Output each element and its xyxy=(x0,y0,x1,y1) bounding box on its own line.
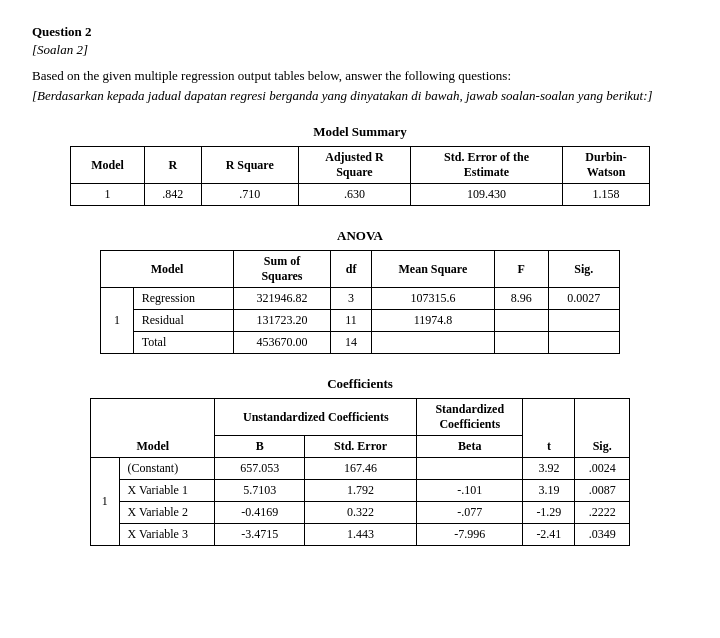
model-summary-section: Model Summary Model R R Square Adjusted … xyxy=(32,124,688,206)
cell-b-x3: -3.4715 xyxy=(215,524,305,546)
cell-model-num: 1 xyxy=(91,458,120,546)
coefficients-title: Coefficients xyxy=(32,376,688,392)
cell-sig-res xyxy=(548,310,619,332)
col-mean-sq: Mean Square xyxy=(372,251,494,288)
col-sum-sq: Sum ofSquares xyxy=(234,251,331,288)
cell-r: .842 xyxy=(145,184,202,206)
cell-ss-total: 453670.00 xyxy=(234,332,331,354)
cell-df-reg: 3 xyxy=(330,288,371,310)
cell-x3: X Variable 3 xyxy=(119,524,215,546)
cell-adj-rsquare: .630 xyxy=(298,184,410,206)
cell-sig-x1: .0087 xyxy=(575,480,630,502)
cell-beta-x1: -.101 xyxy=(417,480,523,502)
col-unstd-header: Unstandardized Coefficients xyxy=(215,399,417,436)
anova-row-residual: Residual 131723.20 11 11974.8 xyxy=(101,310,620,332)
col-std-error: Std. Error of theEstimate xyxy=(411,147,563,184)
cell-se-const: 167.46 xyxy=(305,458,417,480)
cell-x2: X Variable 2 xyxy=(119,502,215,524)
cell-f-res xyxy=(494,310,548,332)
col-std-error: Std. Error xyxy=(305,436,417,458)
cell-ms-res: 11974.8 xyxy=(372,310,494,332)
cell-df-total: 14 xyxy=(330,332,371,354)
cell-t-x3: -2.41 xyxy=(523,524,575,546)
cell-df-res: 11 xyxy=(330,310,371,332)
col-durbin: Durbin-Watson xyxy=(562,147,649,184)
coefficients-table: Model Unstandardized Coefficients Standa… xyxy=(90,398,630,546)
cell-total: Total xyxy=(133,332,233,354)
cell-b-x2: -0.4169 xyxy=(215,502,305,524)
col-std-header: StandardizedCoefficients xyxy=(417,399,523,436)
cell-std-error: 109.430 xyxy=(411,184,563,206)
cell-constant: (Constant) xyxy=(119,458,215,480)
cell-sig-const: .0024 xyxy=(575,458,630,480)
cell-sig-x2: .2222 xyxy=(575,502,630,524)
cell-beta-x3: -7.996 xyxy=(417,524,523,546)
coeff-row-x1: X Variable 1 5.7103 1.792 -.101 3.19 .00… xyxy=(91,480,630,502)
col-df: df xyxy=(330,251,371,288)
cell-x1: X Variable 1 xyxy=(119,480,215,502)
cell-t-x2: -1.29 xyxy=(523,502,575,524)
anova-row-regression: 1 Regression 321946.82 3 107315.6 8.96 0… xyxy=(101,288,620,310)
table-row: 1 .842 .710 .630 109.430 1.158 xyxy=(71,184,650,206)
cell-regression: Regression xyxy=(133,288,233,310)
cell-model-num: 1 xyxy=(101,288,134,354)
col-t: t xyxy=(523,399,575,458)
coeff-row-x2: X Variable 2 -0.4169 0.322 -.077 -1.29 .… xyxy=(91,502,630,524)
question-subtitle: [Soalan 2] xyxy=(32,42,688,58)
coeff-row-x3: X Variable 3 -3.4715 1.443 -7.996 -2.41 … xyxy=(91,524,630,546)
col-adj-rsquare: Adjusted RSquare xyxy=(298,147,410,184)
cell-se-x3: 1.443 xyxy=(305,524,417,546)
col-f: F xyxy=(494,251,548,288)
col-b: B xyxy=(215,436,305,458)
cell-beta-const xyxy=(417,458,523,480)
cell-ss-res: 131723.20 xyxy=(234,310,331,332)
cell-sig-reg: 0.0027 xyxy=(548,288,619,310)
cell-t-x1: 3.19 xyxy=(523,480,575,502)
cell-t-const: 3.92 xyxy=(523,458,575,480)
cell-ms-reg: 107315.6 xyxy=(372,288,494,310)
cell-se-x2: 0.322 xyxy=(305,502,417,524)
cell-se-x1: 1.792 xyxy=(305,480,417,502)
col-model: Model xyxy=(71,147,145,184)
cell-f-total xyxy=(494,332,548,354)
cell-durbin: 1.158 xyxy=(562,184,649,206)
anova-table: Model Sum ofSquares df Mean Square F Sig… xyxy=(100,250,620,354)
anova-title: ANOVA xyxy=(32,228,688,244)
anova-row-total: Total 453670.00 14 xyxy=(101,332,620,354)
cell-f: 8.96 xyxy=(494,288,548,310)
cell-beta-x2: -.077 xyxy=(417,502,523,524)
coeff-row-constant: 1 (Constant) 657.053 167.46 3.92 .0024 xyxy=(91,458,630,480)
cell-b-const: 657.053 xyxy=(215,458,305,480)
model-summary-table: Model R R Square Adjusted RSquare Std. E… xyxy=(70,146,650,206)
col-sig: Sig. xyxy=(575,399,630,458)
col-beta: Beta xyxy=(417,436,523,458)
col-model-header: Model xyxy=(101,251,234,288)
cell-b-x1: 5.7103 xyxy=(215,480,305,502)
cell-rsquare: .710 xyxy=(201,184,298,206)
cell-sig-x3: .0349 xyxy=(575,524,630,546)
anova-section: ANOVA Model Sum ofSquares df Mean Square… xyxy=(32,228,688,354)
col-model-header: Model xyxy=(91,399,215,458)
cell-sig-total xyxy=(548,332,619,354)
cell-ms-total xyxy=(372,332,494,354)
model-summary-title: Model Summary xyxy=(32,124,688,140)
col-rsquare: R Square xyxy=(201,147,298,184)
intro-malay: [Berdasarkan kepada jadual dapatan regre… xyxy=(32,88,688,104)
cell-model: 1 xyxy=(71,184,145,206)
intro-english: Based on the given multiple regression o… xyxy=(32,68,688,84)
cell-ss-reg: 321946.82 xyxy=(234,288,331,310)
col-sig: Sig. xyxy=(548,251,619,288)
cell-residual: Residual xyxy=(133,310,233,332)
question-title: Question 2 xyxy=(32,24,688,40)
col-r: R xyxy=(145,147,202,184)
coefficients-section: Coefficients Model Unstandardized Coeffi… xyxy=(32,376,688,546)
